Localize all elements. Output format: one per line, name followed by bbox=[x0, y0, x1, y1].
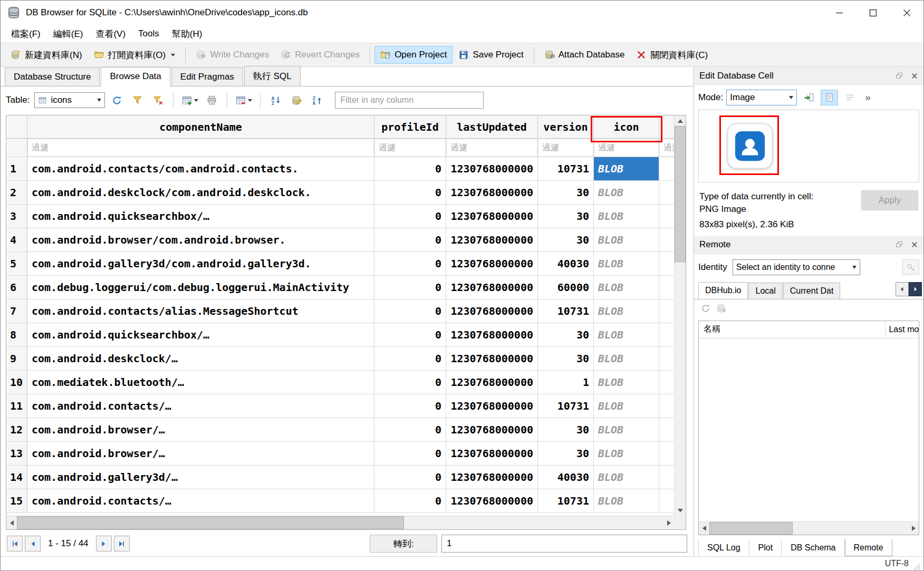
cell-componentname[interactable]: com.android.quicksearchbox/… bbox=[27, 205, 374, 228]
row-number[interactable]: 15 bbox=[6, 489, 27, 513]
row-number[interactable]: 12 bbox=[6, 418, 27, 442]
cell-extra[interactable] bbox=[659, 299, 674, 323]
filter-input-componentname[interactable]: 過濾 bbox=[27, 139, 374, 157]
filter-input-ic[interactable]: 過濾 bbox=[659, 139, 674, 157]
scroll-right-button[interactable] bbox=[908, 522, 919, 535]
apply-button[interactable]: Apply bbox=[861, 190, 918, 210]
filter-input-icon[interactable]: 過濾 bbox=[594, 139, 659, 157]
float-panel-button[interactable] bbox=[892, 238, 906, 251]
cell-lastupdated[interactable]: 1230768000000 bbox=[446, 323, 538, 347]
first-record-button[interactable] bbox=[7, 536, 23, 551]
cell-profileid[interactable]: 0 bbox=[374, 371, 446, 394]
tab-scroll-right-button[interactable] bbox=[909, 282, 922, 296]
word-wrap-button[interactable] bbox=[841, 90, 859, 105]
column-header-last-modified[interactable]: Last mo bbox=[886, 321, 919, 338]
cell-extra[interactable] bbox=[659, 466, 674, 489]
cell-lastupdated[interactable]: 1230768000000 bbox=[446, 394, 538, 418]
scroll-left-button[interactable] bbox=[6, 516, 17, 529]
c-button[interactable]: 關閉資料庫(C) bbox=[630, 45, 714, 65]
cell-lastupdated[interactable]: 1230768000000 bbox=[446, 299, 538, 323]
cell-version[interactable]: 30 bbox=[538, 418, 594, 442]
cell-icon[interactable]: BLOB bbox=[594, 252, 659, 276]
cell-icon[interactable]: BLOB bbox=[594, 418, 659, 442]
column-header-lastupdated[interactable]: lastUpdated bbox=[446, 115, 538, 139]
row-number[interactable]: 9 bbox=[6, 347, 27, 371]
row-number[interactable]: 14 bbox=[6, 466, 27, 489]
cell-version[interactable]: 10731 bbox=[538, 157, 594, 181]
table-select[interactable]: icons bbox=[34, 92, 105, 108]
dock-tab-sql-log[interactable]: SQL Log bbox=[698, 539, 749, 556]
cell-version[interactable]: 30 bbox=[538, 205, 594, 228]
menu-edit[interactable]: 編輯(E) bbox=[47, 26, 90, 42]
cell-componentname[interactable]: com.android.contacts/… bbox=[27, 394, 374, 418]
filter-button[interactable] bbox=[128, 92, 146, 109]
column-header-componentname[interactable]: componentName bbox=[27, 115, 374, 139]
cell-lastupdated[interactable]: 1230768000000 bbox=[446, 205, 538, 228]
sort-asc-button[interactable]: AZ bbox=[267, 92, 285, 109]
cell-extra[interactable] bbox=[659, 394, 674, 418]
cell-lastupdated[interactable]: 1230768000000 bbox=[446, 276, 538, 299]
cell-icon[interactable]: BLOB bbox=[594, 205, 659, 228]
cell-lastupdated[interactable]: 1230768000000 bbox=[446, 371, 538, 394]
column-header-icon[interactable]: icon bbox=[594, 115, 659, 139]
cell-componentname[interactable]: com.android.browser/… bbox=[27, 442, 374, 466]
scroll-down-button[interactable] bbox=[675, 505, 686, 516]
horizontal-scrollbar[interactable] bbox=[6, 516, 674, 529]
cell-extra[interactable] bbox=[659, 252, 674, 276]
cell-profileid[interactable]: 0 bbox=[374, 276, 446, 299]
cell-version[interactable]: 60000 bbox=[538, 276, 594, 299]
filter-input-version[interactable]: 過濾 bbox=[538, 139, 594, 157]
cell-version[interactable]: 30 bbox=[538, 228, 594, 252]
column-header-profileid[interactable]: profileId bbox=[374, 115, 446, 139]
column-header-name[interactable]: 名稱 bbox=[699, 321, 886, 338]
cell-profileid[interactable]: 0 bbox=[374, 347, 446, 371]
print-button[interactable] bbox=[203, 92, 220, 109]
resize-grip[interactable] bbox=[913, 563, 920, 570]
column-header-version[interactable]: version bbox=[538, 115, 594, 139]
write-changes-button[interactable]: Write Changes bbox=[190, 46, 275, 64]
row-number[interactable]: 5 bbox=[6, 252, 27, 276]
corner-header[interactable] bbox=[6, 115, 27, 139]
sort-desc-button[interactable]: ZA bbox=[308, 92, 326, 109]
identity-select[interactable]: Select an identity to conne bbox=[733, 259, 860, 275]
cell-version[interactable]: 10731 bbox=[538, 489, 594, 513]
remote-scroll-thumb[interactable] bbox=[709, 522, 793, 535]
cell-profileid[interactable]: 0 bbox=[374, 442, 446, 466]
cell-extra[interactable] bbox=[659, 371, 674, 394]
cell-extra[interactable] bbox=[659, 323, 674, 347]
cell-lastupdated[interactable]: 1230768000000 bbox=[446, 157, 538, 181]
cell-componentname[interactable]: com.android.contacts/alias.MessageShortc… bbox=[27, 299, 374, 323]
o-button[interactable]: 打開資料庫(O) bbox=[88, 45, 181, 65]
cell-profileid[interactable]: 0 bbox=[374, 323, 446, 347]
cell-extra[interactable] bbox=[659, 205, 674, 228]
cell-extra[interactable] bbox=[659, 489, 674, 513]
tab-browse-data[interactable]: Browse Data bbox=[101, 67, 170, 86]
float-panel-button[interactable] bbox=[892, 69, 906, 82]
cell-version[interactable]: 1 bbox=[538, 371, 594, 394]
n-button[interactable]: 新建資料庫(N) bbox=[5, 45, 88, 65]
open-project-button[interactable]: Open Project bbox=[374, 46, 453, 64]
vertical-scrollbar[interactable] bbox=[674, 115, 686, 516]
cell-profileid[interactable]: 0 bbox=[374, 466, 446, 489]
refresh-remote-button[interactable] bbox=[700, 303, 711, 316]
previous-record-button[interactable] bbox=[25, 536, 41, 551]
dock-tab-remote[interactable]: Remote bbox=[845, 539, 892, 556]
remote-horizontal-scrollbar[interactable] bbox=[699, 521, 919, 535]
menu-view[interactable]: 查看(V) bbox=[89, 26, 132, 42]
cell-extra[interactable] bbox=[659, 276, 674, 299]
cell-icon[interactable]: BLOB bbox=[594, 228, 659, 252]
next-record-button[interactable] bbox=[96, 536, 112, 551]
cell-lastupdated[interactable]: 1230768000000 bbox=[446, 347, 538, 371]
cell-profileid[interactable]: 0 bbox=[374, 489, 446, 513]
remote-tab-current-dat[interactable]: Current Dat bbox=[783, 283, 841, 299]
cell-icon[interactable]: BLOB bbox=[594, 323, 659, 347]
tab-database-structure[interactable]: Database Structure bbox=[5, 67, 100, 86]
cell-version[interactable]: 30 bbox=[538, 442, 594, 466]
column-header-ic[interactable]: ic bbox=[659, 115, 674, 139]
remote-list-body[interactable] bbox=[699, 338, 919, 521]
edit-record-button[interactable] bbox=[287, 92, 305, 109]
goto-record-input[interactable] bbox=[441, 535, 687, 553]
revert-changes-button[interactable]: Revert Changes bbox=[275, 46, 365, 64]
cell-componentname[interactable]: com.android.quicksearchbox/… bbox=[27, 323, 374, 347]
row-number[interactable]: 6 bbox=[6, 276, 27, 299]
